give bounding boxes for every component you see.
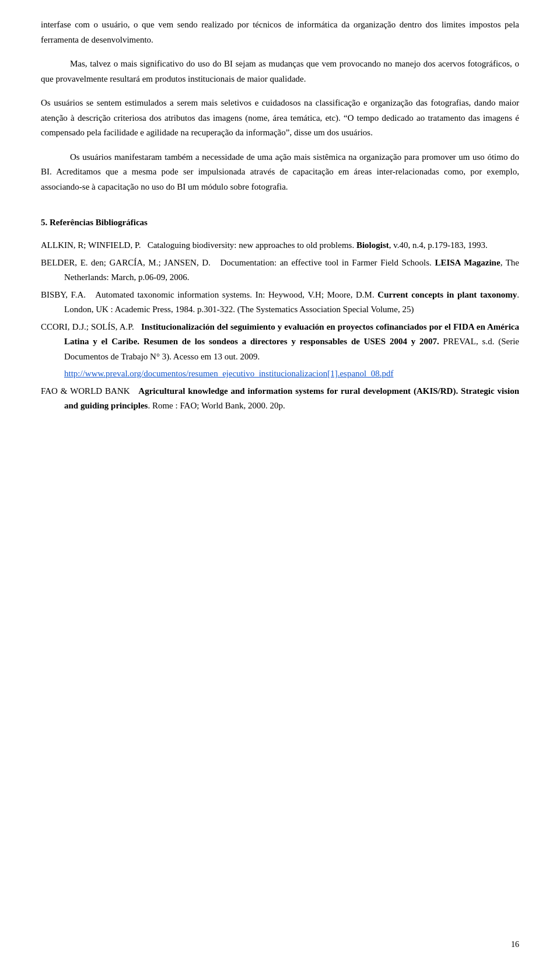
ref-ccori-plain: CCORI, D.J.; SOLÍS, A.P. bbox=[41, 322, 141, 331]
ref-bisby: BISBY, F.A. Automated taxonomic informat… bbox=[41, 288, 519, 317]
section-title-text: Referências Bibliográficas bbox=[50, 218, 148, 227]
ref-ccori-link: http://www.preval.org/documentos/resumen… bbox=[41, 366, 519, 382]
ref-belder-bold: LEISA Magazine bbox=[435, 258, 500, 267]
page-number: 16 bbox=[511, 940, 519, 949]
ref-ccori-url[interactable]: http://www.preval.org/documentos/resumen… bbox=[64, 369, 393, 378]
ref-fao-after: . Rome : FAO; World Bank, 2000. 20p. bbox=[148, 401, 285, 410]
section-number: 5. bbox=[41, 218, 47, 227]
ref-allkin-after: , v.40, n.4, p.179-183, 1993. bbox=[389, 240, 488, 250]
paragraph-3-text: Os usuários se sentem estimulados a sere… bbox=[41, 98, 519, 137]
ref-bisby-bold: Current concepts in plant taxonomy bbox=[377, 290, 517, 299]
paragraph-4: Os usuários manifestaram também a necess… bbox=[41, 150, 519, 195]
ref-belder: BELDER, E. den; GARCÍA, M.; JANSEN, D. D… bbox=[41, 256, 519, 285]
paragraph-4-text: Os usuários manifestaram também a necess… bbox=[41, 152, 519, 191]
ref-fao-plain: FAO & WORLD BANK bbox=[41, 386, 138, 396]
paragraph-2-text: Mas, talvez o mais significativo do uso … bbox=[41, 59, 519, 83]
ref-fao: FAO & WORLD BANK Agricultural knowledge … bbox=[41, 384, 519, 414]
ref-allkin-bold: Biologist bbox=[356, 240, 389, 250]
ref-belder-plain: BELDER, E. den; GARCÍA, M.; JANSEN, D. D… bbox=[41, 258, 435, 267]
paragraph-1-text: interfase com o usuário, o que vem sendo… bbox=[41, 20, 519, 44]
paragraph-1: interfase com o usuário, o que vem sendo… bbox=[41, 18, 519, 47]
ref-bisby-plain: BISBY, F.A. Automated taxonomic informat… bbox=[41, 290, 377, 299]
section-title: 5. Referências Bibliográficas bbox=[41, 218, 519, 228]
paragraph-3: Os usuários se sentem estimulados a sere… bbox=[41, 96, 519, 141]
page: interfase com o usuário, o que vem sendo… bbox=[0, 0, 560, 961]
ref-allkin-plain: ALLKIN, R; WINFIELD, P. Cataloguing biod… bbox=[41, 240, 356, 250]
paragraph-2: Mas, talvez o mais significativo do uso … bbox=[41, 57, 519, 86]
ref-allkin: ALLKIN, R; WINFIELD, P. Cataloguing biod… bbox=[41, 238, 519, 253]
ref-ccori: CCORI, D.J.; SOLÍS, A.P. Institucionaliz… bbox=[41, 320, 519, 365]
